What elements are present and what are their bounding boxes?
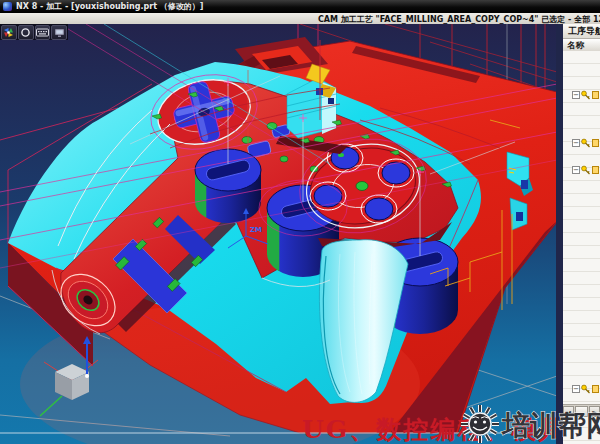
navigator-tree[interactable]: − − − − (563, 51, 600, 444)
sun-face-icon (461, 405, 499, 443)
key-icon (581, 384, 591, 394)
operation-navigator-panel: 工序导航器 名称 − − − − ◄ ► (563, 24, 600, 444)
keyboard-icon[interactable] (35, 25, 51, 40)
folder-icon (592, 91, 599, 99)
wcs-label: ZM (250, 226, 262, 234)
viewport-toolbar (0, 24, 68, 40)
watermark-text: 培训帮网 (500, 409, 600, 442)
title-bar: NX 8 - 加工 - [youxishoubing.prt （修改的）] (0, 0, 600, 13)
key-icon (581, 165, 591, 175)
monitor-icon[interactable] (51, 25, 67, 40)
nx-pinwheel-icon[interactable] (1, 25, 17, 40)
folder-icon (592, 385, 599, 393)
watermark: 培训帮网 (458, 402, 600, 444)
expander-icon[interactable]: − (572, 91, 580, 99)
navigator-title: 工序导航器 (563, 24, 600, 39)
key-icon (581, 138, 591, 148)
tree-row[interactable]: − (572, 164, 599, 176)
panel-splitter[interactable] (556, 24, 563, 444)
folder-icon (592, 139, 599, 147)
folder-icon (592, 166, 599, 174)
expander-icon[interactable]: − (572, 139, 580, 147)
expander-icon[interactable]: − (572, 166, 580, 174)
expander-icon[interactable]: − (572, 385, 580, 393)
graphics-viewport[interactable]: ZM UG、数控编程、模具 (0, 24, 557, 444)
window-title: NX 8 - 加工 - [youxishoubing.prt （修改的）] (16, 1, 203, 12)
tree-row[interactable]: − (572, 89, 599, 101)
tree-row[interactable]: − (572, 383, 599, 395)
key-icon (581, 90, 591, 100)
circle-icon[interactable] (18, 25, 34, 40)
model-scene[interactable]: ZM UG、数控编程、模具 (0, 24, 557, 444)
nx-logo-icon (3, 2, 12, 11)
tree-row[interactable]: − (572, 137, 599, 149)
